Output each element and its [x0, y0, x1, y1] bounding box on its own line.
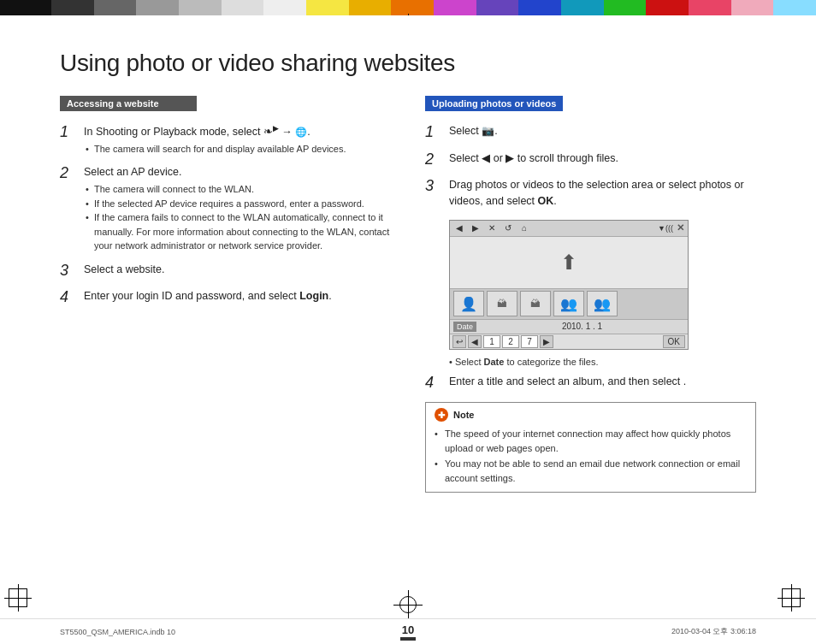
footer-left-text: ST5500_QSM_AMERICA.indb 10 [60, 628, 671, 636]
left-section-header: Accessing a website [60, 96, 197, 111]
swatch-purple [476, 0, 519, 15]
two-column-layout: Accessing a website 1 In Shooting or Pla… [60, 96, 756, 493]
step-1-text: In Shooting or Playback mode, select ❧▶ … [84, 123, 391, 140]
widget-nav-prev[interactable]: ◀ [468, 335, 482, 348]
right-step-number-4: 4 [425, 374, 442, 393]
widget-nav-2: 2 [502, 335, 519, 348]
page-title: Using photo or video sharing websites [60, 50, 756, 77]
thumb-1: 👤 [453, 291, 484, 316]
step-2-bullet-2: If the selected AP device requires a pas… [84, 197, 391, 211]
reg-corner-bl [9, 588, 34, 614]
page-number: 10 [402, 623, 414, 636]
widget-back-icon[interactable]: ◀ [453, 222, 465, 234]
widget-nav-bar: ↩ ◀ 1 2 7 ▶ OK [450, 334, 688, 349]
swatch-magenta [434, 0, 476, 15]
widget-ok-button[interactable]: OK [663, 335, 685, 348]
swatch-pink [689, 0, 731, 15]
page-content: Using photo or video sharing websites Ac… [0, 15, 816, 644]
right-column: Uploading photos or videos 1 Select 📷. 2… [425, 96, 756, 493]
right-step-3-text: Drag photos or videos to the selection a… [449, 177, 756, 210]
right-step-1-content: Select 📷. [449, 123, 756, 141]
step-3-content: Select a website. [84, 262, 391, 280]
widget-date-label: Date [453, 322, 476, 332]
swatch-red [646, 0, 689, 15]
right-section-header: Uploading photos or videos [425, 96, 563, 111]
thumb-2-icon: 🏔 [497, 298, 507, 310]
note-bullets: The speed of your internet connection ma… [435, 427, 747, 485]
step-4-content: Enter your login ID and password, and se… [84, 288, 391, 306]
left-step-1: 1 In Shooting or Playback mode, select ❧… [60, 123, 391, 156]
swatch-medgray [136, 0, 179, 15]
right-step-4-text: Enter a title and select an album, and t… [449, 374, 756, 390]
thumb-5-icon: 👥 [594, 296, 611, 312]
step-3-text: Select a website. [84, 262, 391, 278]
swatch-gold [349, 0, 392, 15]
note-bullet-1: The speed of your internet connection ma… [435, 427, 747, 455]
right-step-number-3: 3 [425, 177, 442, 196]
step-number-3: 3 [60, 262, 77, 281]
note-box: ✚ Note The speed of your internet connec… [425, 402, 756, 493]
left-step-2: 2 Select an AP device. The camera will c… [60, 164, 391, 252]
right-step-4: 4 Enter a title and select an album, and… [425, 374, 756, 393]
reg-circle-bottom [399, 596, 417, 613]
swatch-darkgray [51, 0, 94, 15]
widget-refresh-icon[interactable]: ↺ [502, 222, 514, 234]
swatch-lightpink [731, 0, 774, 15]
thumb-3: 🏔 [520, 291, 551, 316]
widget-toolbar: ◀ ▶ ✕ ↺ ⌂ ▼((( ✕ [450, 221, 688, 237]
widget-close-icon[interactable]: ✕ [677, 222, 684, 233]
right-step-2-content: Select ◀ or ▶ to scroll through files. [449, 151, 756, 168]
footer-right-text: 2010-03-04 오후 3:06:18 [671, 626, 756, 637]
swatch-cyan [561, 0, 604, 15]
swatch-green [604, 0, 647, 15]
step-1-content: In Shooting or Playback mode, select ❧▶ … [84, 123, 391, 156]
right-step-2-text: Select ◀ or ▶ to scroll through files. [449, 151, 756, 167]
right-step-number-2: 2 [425, 151, 442, 169]
right-step-1-text: Select 📷. [449, 123, 756, 139]
widget-toolbar-right: ▼((( ✕ [658, 222, 684, 233]
widget-main-area: ⬆ [450, 237, 688, 288]
right-step-4-content: Enter a title and select an album, and t… [449, 374, 756, 392]
left-step-3: 3 Select a website. [60, 262, 391, 281]
select-date-note: Select Date to categorize the files. [449, 357, 756, 367]
note-title: Note [453, 410, 474, 420]
right-step-1: 1 Select 📷. [425, 123, 756, 142]
swatch-blue [518, 0, 561, 15]
swatch-gray [94, 0, 137, 15]
left-column: Accessing a website 1 In Shooting or Pla… [60, 96, 391, 493]
widget-date-bar: Date 2010. 1 . 1 [450, 319, 688, 334]
right-step-number-1: 1 [425, 123, 442, 142]
step-2-bullets: The camera will connect to the WLAN. If … [84, 182, 391, 253]
step-number-1: 1 [60, 123, 77, 142]
step-4-text: Enter your login ID and password, and se… [84, 288, 391, 304]
swatch-orange [391, 0, 434, 15]
thumb-2: 🏔 [487, 291, 517, 316]
note-icon: ✚ [435, 408, 448, 422]
right-step-2: 2 Select ◀ or ▶ to scroll through files. [425, 151, 756, 169]
widget-nav-next[interactable]: ▶ [540, 335, 553, 348]
black-swatch [0, 0, 51, 15]
note-bullet-2: You may not be able to send an email due… [435, 457, 747, 485]
step-number-4: 4 [60, 288, 77, 307]
widget-forward-icon[interactable]: ▶ [470, 222, 482, 234]
thumb-1-icon: 👤 [460, 296, 477, 312]
widget-home-icon[interactable]: ⌂ [518, 222, 530, 234]
step-2-content: Select an AP device. The camera will con… [84, 164, 391, 252]
step-1-bullet-1: The camera will search for and display a… [84, 142, 391, 157]
widget-nav-7: 7 [521, 335, 538, 348]
widget-close-x-icon[interactable]: ✕ [486, 222, 498, 234]
swatch-verylightgray [222, 0, 264, 15]
widget-nav-1: 1 [483, 335, 500, 348]
widget-nav-back[interactable]: ↩ [452, 335, 466, 348]
swatch-yellow [306, 0, 349, 15]
right-step-3-content: Drag photos or videos to the selection a… [449, 177, 756, 211]
thumb-4: 👥 [553, 291, 584, 316]
note-header: ✚ Note [435, 408, 747, 422]
swatch-lightcyan [773, 0, 816, 15]
page-footer: ST5500_QSM_AMERICA.indb 10 10 2010-03-04… [0, 618, 816, 644]
thumb-4-icon: 👥 [560, 296, 577, 312]
right-step-3: 3 Drag photos or videos to the selection… [425, 177, 756, 211]
step-2-text: Select an AP device. [84, 164, 391, 180]
page-number-area: 10 [400, 623, 416, 641]
swatch-lightgray [179, 0, 222, 15]
